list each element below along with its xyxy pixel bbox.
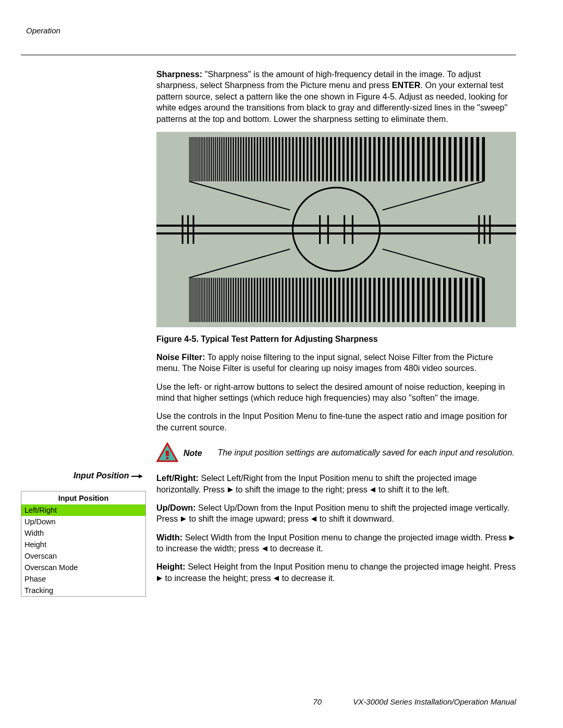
- svg-rect-54: [322, 137, 324, 181]
- menu-item[interactable]: Left/Right: [21, 504, 145, 516]
- svg-rect-91: [192, 278, 193, 322]
- svg-rect-169: [454, 278, 457, 322]
- svg-rect-143: [330, 278, 332, 322]
- svg-rect-20: [219, 137, 220, 181]
- svg-marker-199: [509, 535, 515, 540]
- svg-rect-151: [364, 278, 366, 322]
- svg-rect-38: [266, 137, 267, 181]
- svg-rect-172: [471, 278, 473, 322]
- svg-rect-18: [215, 137, 216, 181]
- text: Select Height from the Input Position me…: [186, 562, 516, 571]
- svg-rect-19: [217, 137, 218, 181]
- menu-item[interactable]: Tracking: [21, 585, 145, 596]
- text: to shift it to the left.: [376, 485, 449, 494]
- svg-rect-80: [443, 137, 446, 181]
- svg-rect-45: [289, 137, 290, 181]
- note-label: Note: [183, 448, 202, 459]
- svg-rect-58: [338, 137, 340, 181]
- svg-rect-128: [275, 278, 277, 322]
- svg-rect-139: [314, 278, 316, 322]
- svg-rect-43: [282, 137, 284, 181]
- svg-rect-46: [292, 137, 293, 181]
- svg-rect-57: [334, 137, 336, 181]
- svg-rect-21: [221, 137, 222, 181]
- svg-rect-17: [213, 137, 214, 181]
- svg-point-194: [166, 457, 169, 460]
- svg-rect-56: [330, 137, 332, 181]
- svg-rect-137: [307, 278, 309, 322]
- svg-rect-163: [422, 278, 425, 322]
- figure-test-pattern: [156, 132, 516, 327]
- text: to decrease it.: [268, 544, 323, 553]
- label-enter: ENTER: [392, 80, 421, 90]
- svg-rect-83: [459, 137, 462, 181]
- arrow-left-icon: [311, 516, 317, 522]
- svg-rect-165: [433, 278, 435, 322]
- header-section-label: Operation: [26, 26, 516, 35]
- svg-rect-82: [454, 137, 457, 181]
- label-left-right: Left/Right:: [156, 473, 199, 483]
- menu-item[interactable]: Phase: [21, 573, 145, 585]
- svg-rect-146: [342, 278, 345, 322]
- svg-rect-24: [228, 137, 229, 181]
- page-footer: 70 VX-3000d Series Installation/Operatio…: [21, 697, 516, 706]
- svg-rect-122: [256, 278, 258, 322]
- svg-rect-41: [275, 137, 277, 181]
- svg-rect-110: [226, 278, 227, 322]
- svg-rect-124: [263, 278, 264, 322]
- svg-rect-26: [232, 137, 234, 181]
- svg-marker-196: [370, 487, 375, 492]
- svg-rect-12: [204, 137, 205, 181]
- svg-rect-147: [347, 278, 349, 322]
- svg-rect-84: [465, 137, 468, 181]
- menu-item[interactable]: Width: [21, 527, 145, 539]
- svg-rect-32: [248, 137, 250, 181]
- svg-rect-130: [282, 278, 284, 322]
- svg-rect-75: [417, 137, 420, 181]
- arrow-right-icon: [180, 516, 187, 522]
- svg-rect-108: [221, 278, 222, 322]
- paragraph-noise-filter: Noise Filter: To apply noise filtering t…: [156, 352, 516, 374]
- svg-rect-144: [334, 278, 336, 322]
- svg-rect-95: [198, 278, 199, 322]
- side-heading-text: Input Position: [74, 471, 129, 480]
- svg-rect-37: [263, 137, 264, 181]
- svg-rect-63: [360, 137, 362, 181]
- svg-rect-131: [285, 278, 287, 322]
- svg-rect-53: [318, 137, 320, 181]
- paragraph-input-position: Use the controls in the Input Position M…: [156, 411, 516, 433]
- svg-rect-126: [269, 278, 271, 322]
- svg-rect-51: [310, 137, 312, 181]
- svg-rect-68: [383, 137, 385, 181]
- svg-rect-93: [195, 278, 195, 322]
- svg-rect-112: [230, 278, 231, 322]
- svg-rect-101: [207, 278, 209, 322]
- svg-rect-118: [246, 278, 247, 322]
- text: to shift the image to the right; press: [234, 485, 370, 494]
- paragraph-up-down: Up/Down: Select Up/Down from the Input P…: [156, 502, 516, 525]
- svg-rect-34: [254, 137, 255, 181]
- svg-rect-49: [303, 137, 305, 181]
- svg-rect-92: [194, 278, 194, 322]
- menu-item[interactable]: Up/Down: [21, 516, 145, 527]
- svg-rect-5: [194, 137, 194, 181]
- text: to increase the width; press: [156, 544, 262, 553]
- svg-rect-166: [438, 278, 440, 322]
- svg-rect-22: [224, 137, 225, 181]
- menu-item[interactable]: Overscan: [21, 550, 145, 562]
- svg-rect-66: [373, 137, 375, 181]
- svg-rect-52: [314, 137, 316, 181]
- svg-rect-15: [210, 137, 211, 181]
- svg-rect-114: [235, 278, 236, 322]
- svg-marker-197: [181, 516, 186, 522]
- svg-rect-99: [204, 278, 205, 322]
- svg-rect-67: [378, 137, 380, 181]
- svg-rect-73: [407, 137, 409, 181]
- svg-rect-55: [326, 137, 328, 181]
- note-block: Note The input position settings are aut…: [156, 442, 516, 463]
- arrow-left-icon: [262, 546, 268, 552]
- menu-item[interactable]: Overscan Mode: [21, 562, 145, 573]
- svg-rect-65: [369, 137, 371, 181]
- menu-item[interactable]: Height: [21, 539, 145, 550]
- arrow-right-icon: [227, 487, 234, 493]
